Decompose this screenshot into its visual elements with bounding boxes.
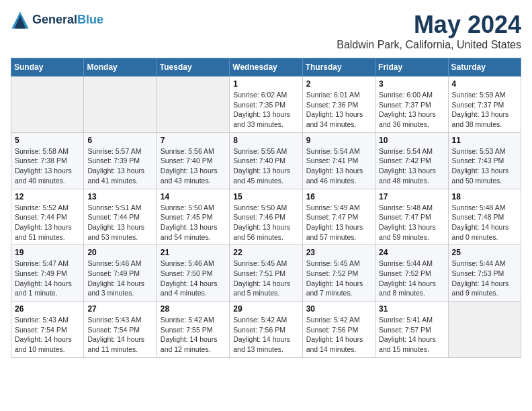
day-number: 12 (15, 192, 80, 201)
weekday-header-sunday: Sunday (11, 58, 84, 77)
day-info: Sunrise: 5:42 AMSunset: 7:55 PMDaylight:… (161, 315, 226, 355)
calendar-cell: 14Sunrise: 5:50 AMSunset: 7:45 PMDayligh… (157, 189, 229, 245)
calendar-cell: 20Sunrise: 5:46 AMSunset: 7:49 PMDayligh… (84, 245, 157, 302)
day-info: Sunrise: 5:44 AMSunset: 7:52 PMDaylight:… (379, 259, 444, 298)
calendar-cell: 3Sunrise: 6:00 AMSunset: 7:37 PMDaylight… (375, 77, 448, 133)
day-number: 30 (306, 304, 371, 314)
day-number: 22 (233, 248, 298, 257)
calendar-cell: 29Sunrise: 5:42 AMSunset: 7:56 PMDayligh… (230, 302, 302, 358)
day-number: 24 (379, 248, 444, 257)
day-number: 10 (379, 136, 444, 145)
calendar-cell: 25Sunrise: 5:44 AMSunset: 7:53 PMDayligh… (448, 245, 521, 302)
logo: GeneralBlue (11, 11, 103, 30)
calendar-cell: 6Sunrise: 5:57 AMSunset: 7:39 PMDaylight… (84, 132, 157, 189)
day-info: Sunrise: 5:50 AMSunset: 7:45 PMDaylight:… (161, 203, 226, 242)
calendar-cell: 1Sunrise: 6:02 AMSunset: 7:35 PMDaylight… (230, 77, 302, 133)
calendar-cell: 28Sunrise: 5:42 AMSunset: 7:55 PMDayligh… (157, 302, 229, 358)
main-title: May 2024 (337, 11, 521, 39)
calendar-week-row: 12Sunrise: 5:52 AMSunset: 7:44 PMDayligh… (11, 189, 521, 245)
calendar-cell: 11Sunrise: 5:53 AMSunset: 7:43 PMDayligh… (448, 132, 521, 189)
day-number: 4 (452, 79, 517, 89)
calendar-cell (11, 77, 84, 133)
calendar-cell: 17Sunrise: 5:48 AMSunset: 7:47 PMDayligh… (375, 189, 448, 245)
logo-icon (11, 11, 30, 30)
day-info: Sunrise: 5:51 AMSunset: 7:44 PMDaylight:… (87, 203, 152, 242)
day-number: 19 (15, 248, 80, 257)
day-number: 25 (452, 248, 517, 257)
day-number: 1 (233, 79, 298, 89)
day-number: 9 (306, 136, 371, 145)
day-info: Sunrise: 5:44 AMSunset: 7:53 PMDaylight:… (452, 259, 517, 298)
calendar-cell: 30Sunrise: 5:42 AMSunset: 7:56 PMDayligh… (302, 302, 375, 358)
day-number: 6 (87, 136, 152, 145)
calendar-cell: 10Sunrise: 5:54 AMSunset: 7:42 PMDayligh… (375, 132, 448, 189)
calendar-body: 1Sunrise: 6:02 AMSunset: 7:35 PMDaylight… (11, 77, 521, 358)
calendar-week-row: 5Sunrise: 5:58 AMSunset: 7:38 PMDaylight… (11, 132, 521, 189)
calendar-cell: 12Sunrise: 5:52 AMSunset: 7:44 PMDayligh… (11, 189, 84, 245)
calendar-cell: 18Sunrise: 5:48 AMSunset: 7:48 PMDayligh… (448, 189, 521, 245)
calendar-cell: 8Sunrise: 5:55 AMSunset: 7:40 PMDaylight… (230, 132, 302, 189)
day-info: Sunrise: 6:02 AMSunset: 7:35 PMDaylight:… (233, 90, 298, 130)
day-info: Sunrise: 5:43 AMSunset: 7:54 PMDaylight:… (15, 315, 80, 355)
day-number: 5 (15, 136, 80, 145)
day-info: Sunrise: 5:42 AMSunset: 7:56 PMDaylight:… (233, 315, 298, 355)
day-info: Sunrise: 5:46 AMSunset: 7:49 PMDaylight:… (87, 259, 152, 298)
day-info: Sunrise: 6:00 AMSunset: 7:37 PMDaylight:… (379, 90, 444, 130)
day-number: 11 (452, 136, 517, 145)
calendar-cell: 27Sunrise: 5:43 AMSunset: 7:54 PMDayligh… (84, 302, 157, 358)
day-number: 3 (379, 79, 444, 89)
weekday-header-saturday: Saturday (448, 58, 521, 77)
calendar-cell: 2Sunrise: 6:01 AMSunset: 7:36 PMDaylight… (302, 77, 375, 133)
day-info: Sunrise: 5:59 AMSunset: 7:37 PMDaylight:… (452, 90, 517, 130)
day-info: Sunrise: 5:50 AMSunset: 7:46 PMDaylight:… (233, 203, 298, 242)
day-info: Sunrise: 5:46 AMSunset: 7:50 PMDaylight:… (161, 259, 226, 298)
day-number: 14 (161, 192, 226, 201)
day-info: Sunrise: 5:41 AMSunset: 7:57 PMDaylight:… (379, 315, 444, 355)
day-number: 31 (379, 304, 444, 314)
calendar-cell: 19Sunrise: 5:47 AMSunset: 7:49 PMDayligh… (11, 245, 84, 302)
calendar-header-row: SundayMondayTuesdayWednesdayThursdayFrid… (11, 58, 521, 77)
weekday-header-wednesday: Wednesday (230, 58, 302, 77)
day-number: 27 (87, 304, 152, 314)
day-number: 13 (87, 192, 152, 201)
weekday-header-thursday: Thursday (302, 58, 375, 77)
day-number: 20 (87, 248, 152, 257)
day-info: Sunrise: 5:42 AMSunset: 7:56 PMDaylight:… (306, 315, 371, 355)
day-info: Sunrise: 5:54 AMSunset: 7:42 PMDaylight:… (379, 146, 444, 186)
calendar-cell: 13Sunrise: 5:51 AMSunset: 7:44 PMDayligh… (84, 189, 157, 245)
calendar-table: SundayMondayTuesdayWednesdayThursdayFrid… (11, 58, 521, 358)
day-info: Sunrise: 5:58 AMSunset: 7:38 PMDaylight:… (15, 146, 80, 186)
day-info: Sunrise: 5:56 AMSunset: 7:40 PMDaylight:… (161, 146, 226, 186)
calendar-cell: 4Sunrise: 5:59 AMSunset: 7:37 PMDaylight… (448, 77, 521, 133)
day-info: Sunrise: 5:52 AMSunset: 7:44 PMDaylight:… (15, 203, 80, 242)
calendar-cell: 16Sunrise: 5:49 AMSunset: 7:47 PMDayligh… (302, 189, 375, 245)
day-info: Sunrise: 5:48 AMSunset: 7:47 PMDaylight:… (379, 203, 444, 242)
day-number: 21 (161, 248, 226, 257)
day-info: Sunrise: 5:43 AMSunset: 7:54 PMDaylight:… (87, 315, 152, 355)
day-number: 2 (306, 79, 371, 89)
day-info: Sunrise: 5:57 AMSunset: 7:39 PMDaylight:… (87, 146, 152, 186)
calendar-week-row: 1Sunrise: 6:02 AMSunset: 7:35 PMDaylight… (11, 77, 521, 133)
day-number: 26 (15, 304, 80, 314)
calendar-cell: 23Sunrise: 5:45 AMSunset: 7:52 PMDayligh… (302, 245, 375, 302)
title-area: May 2024 Baldwin Park, California, Unite… (337, 11, 521, 51)
weekday-header-tuesday: Tuesday (157, 58, 229, 77)
day-info: Sunrise: 5:55 AMSunset: 7:40 PMDaylight:… (233, 146, 298, 186)
day-number: 7 (161, 136, 226, 145)
day-number: 23 (306, 248, 371, 257)
day-number: 29 (233, 304, 298, 314)
weekday-header-friday: Friday (375, 58, 448, 77)
day-info: Sunrise: 6:01 AMSunset: 7:36 PMDaylight:… (306, 90, 371, 130)
calendar-cell (448, 302, 521, 358)
calendar-week-row: 19Sunrise: 5:47 AMSunset: 7:49 PMDayligh… (11, 245, 521, 302)
calendar-cell (157, 77, 229, 133)
day-number: 17 (379, 192, 444, 201)
day-number: 18 (452, 192, 517, 201)
day-info: Sunrise: 5:45 AMSunset: 7:52 PMDaylight:… (306, 259, 371, 298)
day-number: 8 (233, 136, 298, 145)
calendar-cell: 24Sunrise: 5:44 AMSunset: 7:52 PMDayligh… (375, 245, 448, 302)
weekday-header-monday: Monday (84, 58, 157, 77)
day-info: Sunrise: 5:45 AMSunset: 7:51 PMDaylight:… (233, 259, 298, 298)
calendar-cell: 26Sunrise: 5:43 AMSunset: 7:54 PMDayligh… (11, 302, 84, 358)
day-number: 28 (161, 304, 226, 314)
